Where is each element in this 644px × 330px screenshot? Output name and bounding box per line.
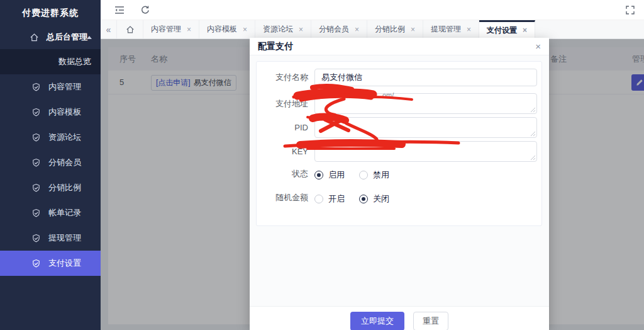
tab-label: 内容管理 <box>151 24 181 35</box>
sidebar-item-withdraw-manage[interactable]: 提现管理 <box>0 225 101 251</box>
pay-address-visible-fragment: om/ <box>382 91 394 99</box>
sidebar-item-content-template[interactable]: 内容模板 <box>0 100 101 125</box>
status-label: 状态 <box>257 168 308 180</box>
radio-random-off-label[interactable]: 关闭 <box>373 193 389 205</box>
close-icon[interactable]: × <box>523 26 527 34</box>
configure-payment-modal: 配置支付 × 支付名称 支付地址 om/ PID KEY 状态 启用 <box>250 38 549 330</box>
radio-disable[interactable] <box>359 171 368 179</box>
shield-check-icon <box>31 183 41 193</box>
modal-footer: 立即提交 重置 <box>250 306 549 330</box>
close-icon[interactable]: × <box>299 26 303 33</box>
close-icon[interactable]: × <box>355 26 359 33</box>
sidebar-item-distribution-ratio[interactable]: 分销比例 <box>0 175 101 200</box>
tabbar: « 内容管理 × 内容模板 × 资源论坛 × 分销会员 × 分销比例 × 提现管… <box>101 20 644 39</box>
radio-random-on[interactable] <box>314 195 323 203</box>
refresh-icon[interactable] <box>140 5 150 15</box>
modal-title: 配置支付 <box>258 41 293 52</box>
sidebar-item-data-overview[interactable]: 数据总览 <box>0 49 101 74</box>
tab-home[interactable] <box>117 20 143 38</box>
radio-random-on-label[interactable]: 开启 <box>328 193 345 205</box>
pay-address-label: 支付地址 <box>257 93 308 114</box>
home-icon <box>126 25 135 34</box>
fullscreen-icon[interactable] <box>625 5 635 15</box>
radio-disable-label[interactable]: 禁用 <box>373 169 389 181</box>
close-icon[interactable]: × <box>187 26 191 33</box>
modal-header: 配置支付 × <box>250 38 549 55</box>
close-icon: × <box>535 41 541 52</box>
pay-name-label: 支付名称 <box>257 69 308 86</box>
app-logo: 付费进群系统 <box>0 0 101 25</box>
sidebar-item-label: 内容模板 <box>48 106 81 118</box>
tab-label: 内容模板 <box>207 24 237 35</box>
sidebar-item-label: 支付设置 <box>48 258 81 269</box>
sidebar-menu: 内容管理 内容模板 资源论坛 分销会员 分销比例 帐单记录 提现管理 支付设置 <box>0 74 101 276</box>
shield-check-icon <box>31 234 41 243</box>
sidebar-item-label: 分销会员 <box>48 157 81 168</box>
submit-button[interactable]: 立即提交 <box>350 312 404 330</box>
tab-resource-forum[interactable]: 资源论坛 × <box>255 20 311 38</box>
sidebar: 付费进群系统 总后台管理 数据总览 内容管理 内容模板 资源论坛 分销会员 分销… <box>0 0 101 330</box>
key-label: KEY <box>257 141 308 162</box>
tab-content-template[interactable]: 内容模板 × <box>199 20 255 38</box>
shield-check-icon <box>31 158 41 168</box>
sidebar-item-label: 资源论坛 <box>48 132 81 143</box>
key-textarea[interactable] <box>314 141 537 162</box>
random-amount-label: 随机金额 <box>257 191 308 204</box>
pay-address-textarea[interactable] <box>314 93 537 114</box>
shield-check-icon <box>31 208 41 218</box>
shield-check-icon <box>31 108 41 117</box>
random-amount-radio-group: 开启 关闭 <box>314 193 389 205</box>
close-icon[interactable]: × <box>243 26 247 33</box>
sidebar-item-content-manage[interactable]: 内容管理 <box>0 74 101 100</box>
sidebar-item-label: 内容管理 <box>48 81 81 93</box>
pid-label: PID <box>257 117 308 138</box>
pay-name-input[interactable] <box>314 69 537 86</box>
tab-distribution-member[interactable]: 分销会员 × <box>311 20 367 38</box>
tab-label: 资源论坛 <box>263 24 293 35</box>
radio-enable-label[interactable]: 启用 <box>328 169 345 181</box>
sidebar-item-label: 帐单记录 <box>48 207 81 219</box>
sidebar-item-label: 提现管理 <box>48 232 81 244</box>
shield-check-icon <box>31 259 41 268</box>
shield-check-icon <box>31 82 41 92</box>
topbar <box>101 0 644 20</box>
sidebar-item-payment-settings[interactable]: 支付设置 <box>0 251 101 276</box>
pid-textarea[interactable] <box>314 117 537 138</box>
tab-withdraw-manage[interactable]: 提现管理 × <box>423 20 479 38</box>
tab-payment-settings[interactable]: 支付设置 × <box>479 20 535 38</box>
sidebar-item-label: 分销比例 <box>48 182 81 193</box>
modal-body: 支付名称 支付地址 om/ PID KEY 状态 启用 禁用 <box>250 55 549 306</box>
tab-label: 分销会员 <box>319 24 349 35</box>
tab-label: 支付设置 <box>487 25 517 36</box>
tab-label: 分销比例 <box>375 24 405 35</box>
collapse-sidebar-icon[interactable] <box>114 5 125 15</box>
close-icon[interactable]: × <box>467 26 471 33</box>
tab-distribution-ratio[interactable]: 分销比例 × <box>367 20 423 38</box>
modal-close-button[interactable]: × <box>535 42 541 51</box>
payment-form-card: 支付名称 支付地址 om/ PID KEY 状态 启用 禁用 <box>256 61 542 226</box>
radio-enable[interactable] <box>314 171 323 179</box>
sidebar-item-distribution-member[interactable]: 分销会员 <box>0 150 101 175</box>
sidebar-item-resource-forum[interactable]: 资源论坛 <box>0 125 101 150</box>
sidebar-item-bill-record[interactable]: 帐单记录 <box>0 200 101 225</box>
status-radio-group: 启用 禁用 <box>314 169 389 181</box>
home-icon <box>30 33 39 42</box>
sidebar-item-label: 数据总览 <box>58 57 91 66</box>
chevron-up-icon <box>87 36 92 39</box>
close-icon[interactable]: × <box>411 26 415 33</box>
sidebar-item-label: 总后台管理 <box>47 31 87 43</box>
sidebar-item-admin-root[interactable]: 总后台管理 <box>0 25 101 49</box>
tabs-scroll-left-button[interactable]: « <box>101 20 117 38</box>
tab-content-manage[interactable]: 内容管理 × <box>143 20 199 38</box>
tab-label: 提现管理 <box>431 24 461 35</box>
radio-random-off[interactable] <box>359 195 368 203</box>
reset-button[interactable]: 重置 <box>413 312 448 330</box>
shield-check-icon <box>31 133 41 142</box>
